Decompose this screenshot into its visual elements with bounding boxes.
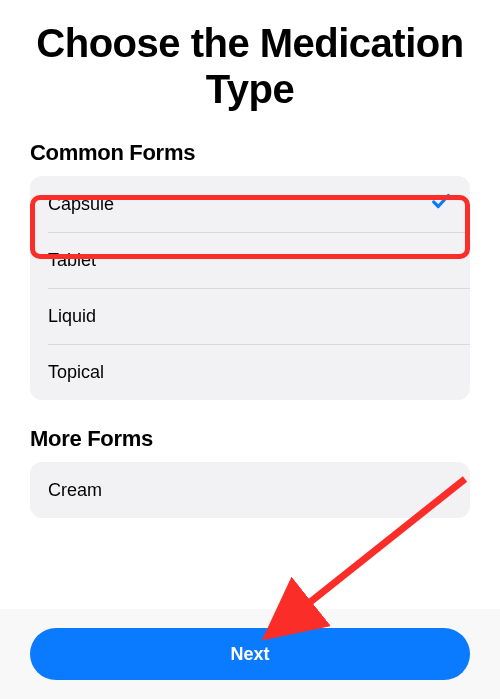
form-option-cream[interactable]: Cream [30, 462, 470, 518]
form-option-tablet[interactable]: Tablet [30, 232, 470, 288]
common-forms-list: Capsule Tablet Liquid Topical [30, 176, 470, 400]
checkmark-icon [430, 190, 452, 218]
form-option-label: Capsule [48, 194, 114, 215]
form-option-liquid[interactable]: Liquid [30, 288, 470, 344]
section-header-common: Common Forms [30, 140, 470, 166]
form-option-label: Topical [48, 362, 104, 383]
page-title: Choose the Medication Type [0, 0, 500, 122]
next-button[interactable]: Next [30, 628, 470, 680]
content-area: Common Forms Capsule Tablet Liquid Topic… [0, 122, 500, 522]
form-option-topical[interactable]: Topical [30, 344, 470, 400]
section-header-more: More Forms [30, 426, 470, 452]
footer-bar: Next [0, 609, 500, 699]
form-option-label: Tablet [48, 250, 96, 271]
form-option-label: Liquid [48, 306, 96, 327]
form-option-capsule[interactable]: Capsule [30, 176, 470, 232]
form-option-label: Cream [48, 480, 102, 501]
more-forms-list: Cream [30, 462, 470, 518]
